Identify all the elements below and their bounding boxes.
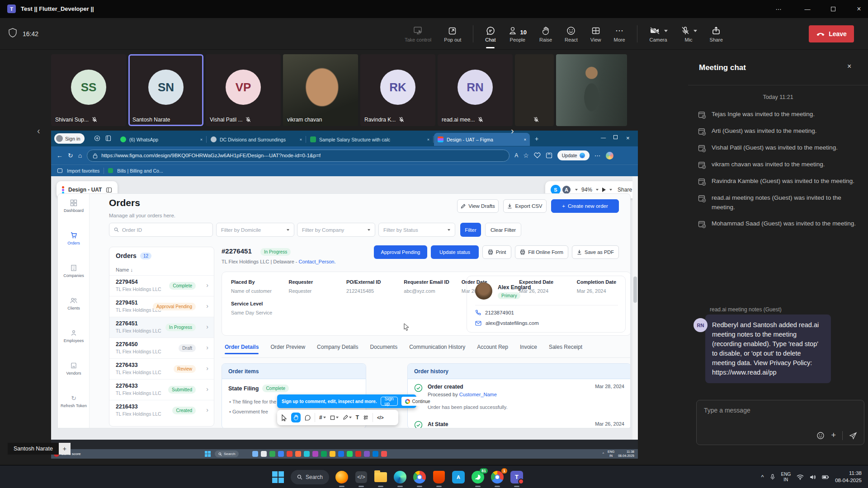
order-list-row[interactable]: 2276450 TL Flex Holdings LLC Draft › xyxy=(109,338,214,358)
tab-close-icon[interactable]: × xyxy=(200,137,203,142)
shared-taskbar-app-icon[interactable] xyxy=(287,451,292,457)
tray-show-hidden-icon[interactable]: ^ xyxy=(761,474,764,480)
shared-taskbar-app-icon[interactable] xyxy=(252,451,258,457)
camera-button[interactable]: Camera xyxy=(648,24,669,44)
sidebar-item-companies[interactable]: Companies xyxy=(58,264,90,278)
presenter-pin-button[interactable]: + xyxy=(59,443,71,455)
pen-tool-icon[interactable] xyxy=(343,415,352,420)
detail-tab[interactable]: Company Details xyxy=(317,344,358,354)
more-button[interactable]: ⋯ More xyxy=(613,24,626,44)
sidebar-item-dashboard[interactable]: Dashboard xyxy=(58,199,90,213)
video-tile[interactable]: RK Ravindra K... xyxy=(360,54,435,126)
shared-language-indicator[interactable]: ENGIN xyxy=(608,450,614,457)
shared-taskbar-app-icon[interactable] xyxy=(261,451,267,457)
video-tile[interactable]: SS Shivani Sup... xyxy=(51,54,126,126)
browser-tab-salary-sheet[interactable]: Sample Salary Structure with calc × xyxy=(307,133,433,146)
sidebar-item-vendors[interactable]: Vendors xyxy=(58,362,90,375)
workspaces-icon[interactable] xyxy=(105,135,111,141)
filter-company-select[interactable]: Filter by Company xyxy=(297,223,375,237)
order-list-row[interactable]: 2276433 TL Flex Holdings LLC Submitted › xyxy=(109,379,214,400)
move-tool-icon[interactable] xyxy=(281,414,287,421)
shared-taskbar-app-icon[interactable] xyxy=(330,451,335,457)
zoom-chevron-icon[interactable] xyxy=(596,189,599,191)
order-id-input[interactable] xyxy=(122,227,194,233)
scrollbar-thumb[interactable] xyxy=(633,277,637,303)
back-icon[interactable]: ← xyxy=(57,152,63,159)
shared-taskbar-app-icon[interactable] xyxy=(355,451,361,457)
shared-taskbar-app-icon[interactable] xyxy=(364,451,370,457)
present-chevron-icon[interactable] xyxy=(609,189,612,191)
camera-options-chevron-icon[interactable] xyxy=(664,30,668,32)
order-list-row[interactable]: 2276451 TL Flex Holdings LLC In Progress… xyxy=(109,317,214,338)
home-icon[interactable]: ⌂ xyxy=(78,152,82,159)
address-bar[interactable]: https://www.figma.com/design/9BKQ0FOHRWa… xyxy=(87,150,509,162)
frame-tool-icon[interactable]: # xyxy=(319,414,326,421)
terminal-app-icon[interactable]: </> xyxy=(354,470,368,484)
detail-tab[interactable]: Order Details xyxy=(225,344,259,354)
volume-icon[interactable] xyxy=(810,474,816,480)
order-list-row[interactable]: 2276433 TL Flex Holdings LLC Review › xyxy=(109,358,214,379)
favorite-star-icon[interactable]: ☆ xyxy=(523,152,529,159)
list-column-name[interactable]: Name ↓ xyxy=(116,267,133,272)
mic-options-chevron-icon[interactable] xyxy=(693,30,697,32)
detail-tab[interactable]: Account Rep xyxy=(477,344,508,354)
shared-taskbar-app-icon[interactable] xyxy=(278,451,284,457)
hand-tool-icon[interactable] xyxy=(291,413,301,422)
save-as-pdf-button[interactable]: Save as PDF xyxy=(572,245,619,259)
shared-clock[interactable]: 11:3808-04-2025 xyxy=(618,450,634,458)
sidebar-item-orders[interactable]: Orders xyxy=(58,232,90,245)
browser-tab-dc-divisions[interactable]: DC Divisions and Surroundings × xyxy=(207,133,306,146)
raise-hand-button[interactable]: Raise xyxy=(538,24,553,44)
clock[interactable]: 11:3808-04-2025 xyxy=(835,470,862,484)
chrome-profile-icon[interactable]: 1 xyxy=(491,470,504,484)
zoom-level[interactable]: 94% xyxy=(581,187,592,193)
chat-close-icon[interactable]: × xyxy=(847,62,851,70)
shared-taskbar-app-icon[interactable] xyxy=(381,451,387,457)
bookmark-import-favorites[interactable]: Import favorites xyxy=(67,168,99,174)
tab-close-icon[interactable]: × xyxy=(524,137,526,142)
fill-online-form-button[interactable]: Fill Online Form xyxy=(515,245,568,259)
browser-close-button[interactable]: × xyxy=(626,135,630,141)
tab-close-icon[interactable]: × xyxy=(427,137,429,142)
chat-button[interactable]: Chat xyxy=(484,24,496,44)
browser-scrollbar[interactable] xyxy=(632,176,638,440)
window-close-button[interactable]: × xyxy=(849,3,868,15)
text-tool-icon[interactable]: T xyxy=(356,414,359,421)
browser-signin-button[interactable]: Sign in xyxy=(54,133,85,144)
browser-maximize-button[interactable] xyxy=(613,135,618,140)
blue-app-icon[interactable]: A xyxy=(452,470,465,484)
customer-name-link[interactable]: Customer_Name xyxy=(459,392,497,397)
print-button[interactable]: Print xyxy=(482,245,511,259)
browser-tab-figma-active[interactable]: Design - UAT – Figma × xyxy=(434,133,530,146)
shared-taskbar-app-icon[interactable] xyxy=(295,451,301,457)
language-indicator[interactable]: ENGIN xyxy=(781,472,791,483)
browser-update-button[interactable]: Update xyxy=(557,150,590,160)
brave-icon[interactable] xyxy=(432,470,446,484)
sidebar-item-refresh-token[interactable]: ↻ Refresh Token xyxy=(58,394,90,408)
battery-icon[interactable] xyxy=(822,475,829,479)
sidebar-item-clients[interactable]: Clients xyxy=(58,297,90,310)
shared-taskbar-app-icon[interactable] xyxy=(304,451,310,457)
mic-button[interactable]: Mic xyxy=(679,24,698,44)
tiles-scroll-right-button[interactable]: › xyxy=(511,126,514,136)
tab-actions-icon[interactable] xyxy=(94,135,100,141)
pop-out-button[interactable]: Pop out xyxy=(443,24,462,44)
video-tile[interactable] xyxy=(515,54,554,126)
shared-taskbar-app-icon[interactable] xyxy=(347,451,353,457)
clear-filter-button[interactable]: Clear Filter xyxy=(485,223,521,237)
comment-tool-icon[interactable] xyxy=(305,415,311,421)
people-button[interactable]: 10 People xyxy=(507,24,527,44)
browser-settings-more-icon[interactable]: ⋯ xyxy=(594,152,601,159)
tray-chevron[interactable]: ^ xyxy=(603,452,604,455)
start-button[interactable] xyxy=(271,470,285,484)
shared-taskbar-app-icon[interactable] xyxy=(312,451,318,457)
react-button[interactable]: React xyxy=(564,24,579,44)
chat-message-input[interactable] xyxy=(704,407,840,414)
view-button[interactable]: View xyxy=(590,24,602,44)
video-tile[interactable]: vikram chavan xyxy=(283,54,358,126)
copilot-icon[interactable] xyxy=(606,152,613,160)
sidebar-item-employees[interactable]: Employees xyxy=(58,329,90,343)
video-tile[interactable]: VP Vishal Patil ... xyxy=(206,54,281,126)
contact-phone[interactable]: 2123874901 xyxy=(485,310,514,315)
read-aloud-icon[interactable]: A xyxy=(514,152,518,159)
